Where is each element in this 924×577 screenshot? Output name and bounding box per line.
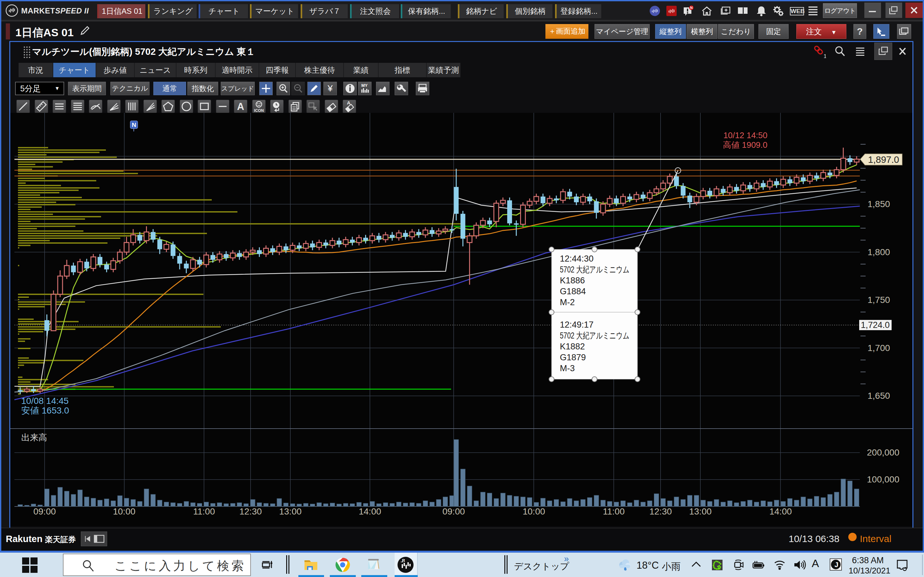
svg-text:1,750: 1,750 — [867, 295, 890, 305]
svg-text:N: N — [690, 6, 693, 10]
svg-text:1,724.0: 1,724.0 — [861, 320, 890, 330]
svg-text:1,850: 1,850 — [867, 199, 890, 209]
svg-text:10/08 14:45: 10/08 14:45 — [21, 396, 69, 406]
svg-text:A: A — [237, 101, 244, 112]
svg-text:M-2: M-2 — [560, 298, 575, 307]
svg-text:10:00: 10:00 — [523, 506, 545, 516]
svg-text:K1882: K1882 — [560, 342, 585, 351]
svg-text:11:00: 11:00 — [603, 506, 625, 516]
svg-text:12:30: 12:30 — [239, 506, 262, 516]
svg-text:1,700: 1,700 — [867, 343, 890, 353]
svg-text:09:00: 09:00 — [443, 506, 465, 516]
svg-text:100,000: 100,000 — [867, 474, 899, 484]
svg-text:13:00: 13:00 — [689, 506, 712, 516]
svg-text:J: J — [835, 561, 838, 569]
svg-text:5702 大紀アルミニウム: 5702 大紀アルミニウム — [560, 331, 630, 340]
svg-text:N: N — [132, 121, 136, 128]
svg-text:10:00: 10:00 — [113, 506, 136, 516]
svg-text:12:44:30: 12:44:30 — [560, 254, 594, 263]
svg-text:1,800: 1,800 — [867, 247, 890, 257]
svg-text:1,650: 1,650 — [867, 391, 890, 401]
svg-text:14:00: 14:00 — [359, 506, 381, 516]
svg-text:200,000: 200,000 — [867, 448, 899, 458]
svg-text:出来高: 出来高 — [21, 433, 47, 442]
svg-text:09:00: 09:00 — [33, 506, 56, 516]
svg-text:高値 1909.0: 高値 1909.0 — [723, 140, 767, 150]
svg-text:G1879: G1879 — [560, 353, 586, 362]
svg-text:M-3: M-3 — [560, 364, 575, 373]
svg-text:1,897.0: 1,897.0 — [868, 155, 899, 165]
svg-text:5702 大紀アルミニウム: 5702 大紀アルミニウム — [560, 265, 630, 274]
svg-text:14:00: 14:00 — [769, 506, 792, 516]
svg-text:安値 1653.0: 安値 1653.0 — [21, 406, 69, 416]
svg-text:G1884: G1884 — [560, 287, 586, 296]
svg-text:MY: MY — [361, 83, 368, 88]
svg-text:K1886: K1886 — [560, 276, 585, 285]
svg-text:11:00: 11:00 — [193, 506, 215, 516]
svg-text:1: 1 — [824, 53, 826, 59]
svg-text:13:00: 13:00 — [279, 506, 302, 516]
svg-text:¥: ¥ — [327, 83, 333, 93]
svg-text:10/12 14:50: 10/12 14:50 — [724, 131, 767, 140]
svg-text:12:30: 12:30 — [649, 506, 672, 516]
svg-text:12:49:17: 12:49:17 — [560, 320, 594, 330]
svg-text:ICON: ICON — [254, 108, 263, 113]
